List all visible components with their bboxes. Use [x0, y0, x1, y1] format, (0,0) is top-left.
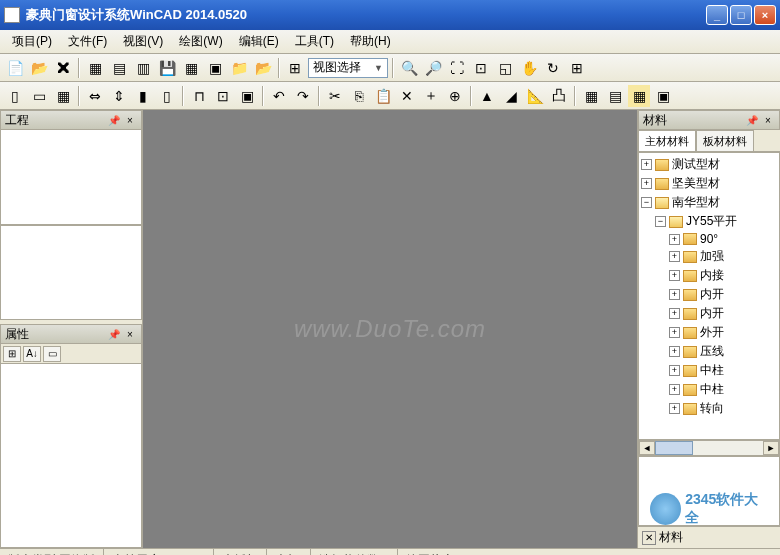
expand-icon[interactable]: + — [669, 327, 680, 338]
menu-edit[interactable]: 编辑(E) — [233, 31, 285, 52]
scroll-right-icon[interactable]: ► — [763, 441, 779, 455]
mirror-h-icon[interactable]: ⇔ — [84, 85, 106, 107]
project-panel-upper[interactable] — [0, 130, 142, 225]
sash-icon[interactable]: ▣ — [236, 85, 258, 107]
delete-icon[interactable]: 🗙 — [52, 57, 74, 79]
column2-icon[interactable]: ▯ — [156, 85, 178, 107]
status-bar: 版本类型: 网络版 当前用户 duotezxl 未授权 坐标: 选择构件数: 0… — [0, 548, 780, 555]
layout3-icon[interactable]: ▦ — [628, 85, 650, 107]
close-panel-icon[interactable]: × — [123, 327, 137, 341]
grid4-icon[interactable]: ▦ — [180, 57, 202, 79]
expand-icon[interactable]: + — [641, 178, 652, 189]
scroll-track[interactable] — [655, 441, 763, 455]
collapse-icon[interactable]: − — [641, 197, 652, 208]
expand-icon[interactable]: + — [669, 308, 680, 319]
refresh-icon[interactable]: ↻ — [542, 57, 564, 79]
grid5-icon[interactable]: ▣ — [204, 57, 226, 79]
folder-icon[interactable]: 📁 — [228, 57, 250, 79]
expand-icon[interactable]: + — [669, 289, 680, 300]
layout1-icon[interactable]: ▦ — [580, 85, 602, 107]
tab-board-material[interactable]: 板材材料 — [696, 130, 754, 151]
expand-icon[interactable]: + — [669, 384, 680, 395]
scroll-thumb[interactable] — [655, 441, 693, 455]
grid3-icon[interactable]: ▥ — [132, 57, 154, 79]
split-icon[interactable]: ▦ — [52, 85, 74, 107]
menu-project[interactable]: 项目(P) — [6, 31, 58, 52]
tree-hscrollbar[interactable]: ◄ ► — [638, 440, 780, 456]
folder2-icon[interactable]: 📂 — [252, 57, 274, 79]
title-bar: 豪典门窗设计系统WinCAD 2014.0520 _ □ × — [0, 0, 780, 30]
minimize-button[interactable]: _ — [706, 5, 728, 25]
prop-sort-icon[interactable]: A↓ — [23, 346, 41, 362]
door-icon[interactable]: ⊓ — [188, 85, 210, 107]
target-icon[interactable]: ⊕ — [444, 85, 466, 107]
material-bottom-tab[interactable]: ✕ 材料 — [638, 526, 780, 548]
grid-toggle-icon[interactable]: ⊞ — [566, 57, 588, 79]
expand-icon[interactable]: + — [669, 234, 680, 245]
menu-view[interactable]: 视图(V) — [117, 31, 169, 52]
save-icon[interactable]: 💾 — [156, 57, 178, 79]
grid1-icon[interactable]: ▦ — [84, 57, 106, 79]
zoom-out-icon[interactable]: 🔎 — [422, 57, 444, 79]
pin-icon[interactable]: 📌 — [107, 113, 121, 127]
project-panel-lower[interactable] — [0, 225, 142, 320]
pan-icon[interactable]: ✋ — [518, 57, 540, 79]
view-select-combo[interactable]: 视图选择 ▼ — [308, 58, 388, 78]
expand-icon[interactable]: + — [641, 159, 652, 170]
column-icon[interactable]: ▮ — [132, 85, 154, 107]
split-h-icon[interactable]: ▭ — [28, 85, 50, 107]
window-icon[interactable]: ⊞ — [284, 57, 306, 79]
zoom-fit-icon[interactable]: ⛶ — [446, 57, 468, 79]
menu-tools[interactable]: 工具(T) — [289, 31, 340, 52]
undo-icon[interactable]: ↶ — [268, 85, 290, 107]
dim4-icon[interactable]: 凸 — [548, 85, 570, 107]
drawing-canvas[interactable]: www.DuoTe.com — [143, 110, 637, 548]
cut-icon[interactable]: ✂ — [324, 85, 346, 107]
paste-icon[interactable]: 📋 — [372, 85, 394, 107]
property-grid[interactable] — [1, 364, 141, 547]
dim2-icon[interactable]: ◢ — [500, 85, 522, 107]
material-tree[interactable]: +测试型材 +坚美型材 −南华型材 −JY55平开 +90° +加强 +内接 +… — [638, 152, 780, 440]
prop-categorize-icon[interactable]: ⊞ — [3, 346, 21, 362]
open-icon[interactable]: 📂 — [28, 57, 50, 79]
dim3-icon[interactable]: 📐 — [524, 85, 546, 107]
tab-main-material[interactable]: 主材材料 — [638, 130, 696, 151]
zoom-window-icon[interactable]: ⊡ — [470, 57, 492, 79]
menu-draw[interactable]: 绘图(W) — [173, 31, 228, 52]
copy-icon[interactable]: ⎘ — [348, 85, 370, 107]
maximize-button[interactable]: □ — [730, 5, 752, 25]
close-panel-icon[interactable]: × — [123, 113, 137, 127]
expand-icon[interactable]: + — [669, 403, 680, 414]
grid2-icon[interactable]: ▤ — [108, 57, 130, 79]
pin-icon[interactable]: 📌 — [745, 113, 759, 127]
toolbar-1: 📄 📂 🗙 ▦ ▤ ▥ 💾 ▦ ▣ 📁 📂 ⊞ 视图选择 ▼ 🔍 🔎 ⛶ ⊡ ◱… — [0, 54, 780, 82]
mirror-v-icon[interactable]: ⇕ — [108, 85, 130, 107]
property-panel-header: 属性 📌 × — [0, 324, 142, 344]
folder-icon — [683, 327, 697, 339]
del-icon[interactable]: ✕ — [396, 85, 418, 107]
expand-icon[interactable]: + — [669, 346, 680, 357]
window2-icon[interactable]: ⊡ — [212, 85, 234, 107]
split-v-icon[interactable]: ▯ — [4, 85, 26, 107]
scroll-left-icon[interactable]: ◄ — [639, 441, 655, 455]
layout2-icon[interactable]: ▤ — [604, 85, 626, 107]
dim-icon[interactable]: ▲ — [476, 85, 498, 107]
pin-icon[interactable]: 📌 — [107, 327, 121, 341]
expand-icon[interactable]: + — [669, 251, 680, 262]
layout4-icon[interactable]: ▣ — [652, 85, 674, 107]
menu-file[interactable]: 文件(F) — [62, 31, 113, 52]
zoom-in-icon[interactable]: 🔍 — [398, 57, 420, 79]
menu-help[interactable]: 帮助(H) — [344, 31, 397, 52]
close-panel-icon[interactable]: × — [761, 113, 775, 127]
redo-icon[interactable]: ↷ — [292, 85, 314, 107]
collapse-icon[interactable]: − — [655, 216, 666, 227]
expand-icon[interactable]: + — [669, 365, 680, 376]
property-toolbar: ⊞ A↓ ▭ — [1, 344, 141, 364]
close-button[interactable]: × — [754, 5, 776, 25]
separator — [278, 58, 280, 78]
zoom-all-icon[interactable]: ◱ — [494, 57, 516, 79]
new-icon[interactable]: 📄 — [4, 57, 26, 79]
expand-icon[interactable]: + — [669, 270, 680, 281]
prop-page-icon[interactable]: ▭ — [43, 346, 61, 362]
add-icon[interactable]: ＋ — [420, 85, 442, 107]
